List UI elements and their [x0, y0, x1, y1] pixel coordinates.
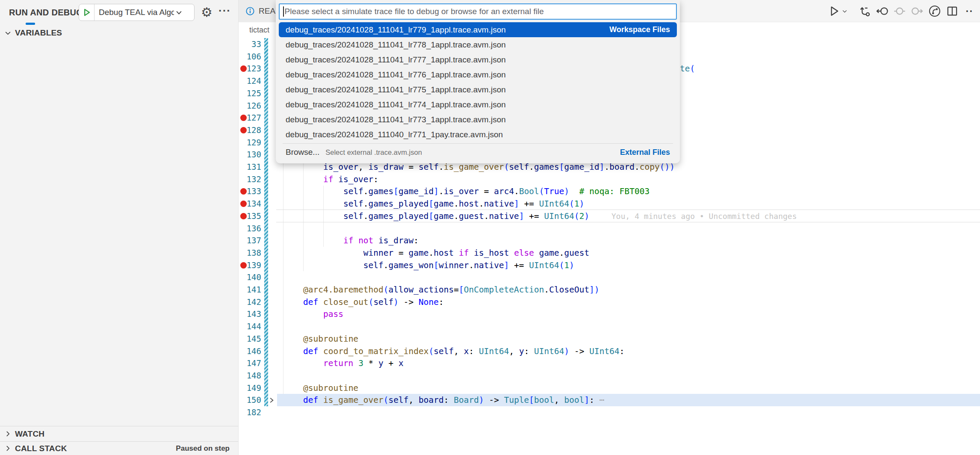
code-line: 141 @arc4.baremethod(allow_actions=[OnCo… — [239, 284, 980, 296]
quickpick-item-label: debug_traces/20241028_111041_lr778_1appl… — [286, 40, 506, 50]
external-files-badge: External Files — [620, 148, 670, 157]
line-number: 124 — [239, 75, 261, 87]
variables-section-header[interactable]: VARIABLES — [0, 26, 238, 40]
play-icon — [82, 8, 92, 17]
git-blame-annotation: You, 4 minutes ago • Uncommitted changes — [611, 210, 797, 222]
chevron-down-icon — [4, 30, 12, 37]
quickpick-browse-item[interactable]: Browse... Select external .trace.avm.jso… — [279, 145, 677, 160]
quickpick-item[interactable]: debug_traces/20241028_111041_lr775_1appl… — [279, 82, 677, 97]
quickpick-item-label: debug_traces/20241028_111041_lr773_1appl… — [286, 115, 506, 124]
line-number: 123 — [239, 62, 261, 75]
code-line: 182 — [239, 406, 980, 419]
code-line: 140 — [239, 271, 980, 284]
code-line: 149 @subroutine — [239, 382, 980, 394]
code-line: 137 if not is_draw: — [239, 234, 980, 247]
separator — [283, 143, 673, 144]
quickpick-item[interactable]: debug_traces/20241028_111041_lr777_1appl… — [279, 52, 677, 67]
quickpick-item[interactable]: debug_traces/20241028_111041_lr774_1appl… — [279, 97, 677, 112]
paused-status: Paused on step — [176, 444, 230, 453]
quickpick-item-label: debug_traces/20241028_111040_lr771_1pay.… — [286, 130, 503, 139]
line-number: 127 — [239, 112, 261, 124]
line-number: 134 — [239, 198, 261, 210]
watch-section-label: WATCH — [15, 429, 44, 439]
variables-section-label: VARIABLES — [15, 28, 62, 38]
line-number: 145 — [239, 333, 261, 345]
quickpick-item-label: debug_traces/20241028_111041_lr775_1appl… — [286, 85, 506, 95]
chevron-right-icon — [4, 430, 12, 437]
watch-section-header[interactable]: WATCH — [0, 426, 238, 441]
text-cursor — [283, 6, 284, 17]
line-number: 143 — [239, 308, 261, 320]
line-number: 140 — [239, 271, 261, 284]
line-number: 129 — [239, 136, 261, 149]
more-actions-icon[interactable]: ··· — [218, 4, 231, 18]
code-line: 146 def coord_to_matrix_index(self, x: U… — [239, 345, 980, 358]
workspace-files-badge: Workspace Files — [609, 25, 670, 34]
code-line: 138 winner = game.host if is_host else g… — [239, 247, 980, 259]
quickpick-list: debug_traces/20241028_111041_lr779_1appl… — [279, 22, 677, 142]
code-line: 133 self.games[game_id].is_over = arc4.B… — [239, 185, 980, 198]
line-number: 33 — [239, 38, 261, 50]
quickpick-input[interactable] — [285, 7, 673, 16]
progress-indicator — [26, 23, 35, 25]
line-number: 138 — [239, 247, 261, 259]
quickpick-item[interactable]: debug_traces/20241028_111040_lr771_1pay.… — [279, 127, 677, 142]
line-number: 182 — [239, 406, 261, 419]
line-number: 133 — [239, 185, 261, 198]
line-number: 149 — [239, 382, 261, 394]
line-number: 139 — [239, 259, 261, 272]
chevron-down-icon[interactable] — [175, 9, 183, 17]
line-number: 130 — [239, 148, 261, 161]
chevron-right-icon — [4, 445, 12, 452]
line-number: 147 — [239, 357, 261, 369]
line-number: 125 — [239, 87, 261, 100]
quickpick-item[interactable]: debug_traces/20241028_111041_lr779_1appl… — [279, 22, 677, 37]
line-number: 126 — [239, 100, 261, 112]
code-line: 136 — [239, 222, 980, 235]
sidebar-header: RUN AND DEBUG Debug TEAL via AlgoKit ⚙ ·… — [0, 0, 238, 24]
line-number: 135 — [239, 210, 261, 222]
code-line: 135 self.games_played[game.guest.native]… — [239, 210, 980, 222]
code-line: 132 if is_over: — [239, 173, 980, 186]
line-number: 144 — [239, 320, 261, 333]
line-number: 148 — [239, 369, 261, 382]
line-number: 137 — [239, 234, 261, 247]
quickpick-input-box — [279, 3, 677, 20]
sidebar-title: RUN AND DEBUG — [9, 8, 83, 18]
code-line: 144 — [239, 320, 980, 333]
code-line: 145 @subroutine — [239, 333, 980, 345]
quickpick-item[interactable]: debug_traces/20241028_111041_lr773_1appl… — [279, 112, 677, 127]
launch-config-dropdown-label[interactable]: Debug TEAL via AlgoKit — [94, 8, 174, 17]
start-debug-button[interactable] — [79, 4, 94, 21]
line-number: 131 — [239, 161, 261, 173]
code-line: 150 def is_game_over(self, board: Board)… — [239, 394, 980, 406]
quickpick-item-label: debug_traces/20241028_111041_lr776_1appl… — [286, 70, 506, 80]
code-line: 139 self.games_won[winner.native] += UIn… — [239, 259, 980, 272]
line-number: 141 — [239, 284, 261, 296]
line-number: 142 — [239, 296, 261, 308]
call-stack-section-header[interactable]: CALL STACK Paused on step — [0, 441, 238, 455]
quickpick-item[interactable]: debug_traces/20241028_111041_lr778_1appl… — [279, 37, 677, 52]
vscode-window: RUN AND DEBUG Debug TEAL via AlgoKit ⚙ ·… — [0, 0, 980, 455]
quickpick-item-label: debug_traces/20241028_111041_lr774_1appl… — [286, 100, 506, 109]
call-stack-section-label: CALL STACK — [15, 444, 67, 453]
code-line: 147 return 3 * y + x — [239, 357, 980, 369]
code-line: 143 pass — [239, 308, 980, 320]
line-number: 146 — [239, 345, 261, 358]
line-number: 132 — [239, 173, 261, 186]
quickpick-item-label: debug_traces/20241028_111041_lr777_1appl… — [286, 55, 506, 65]
code-line: 148 — [239, 369, 980, 382]
gear-icon[interactable]: ⚙ — [201, 6, 213, 19]
quickpick-item[interactable]: debug_traces/20241028_111041_lr776_1appl… — [279, 67, 677, 82]
line-number: 128 — [239, 124, 261, 136]
line-number: 106 — [239, 50, 261, 63]
code-line: 142 def close_out(self) -> None: — [239, 296, 980, 308]
run-and-debug-sidebar: RUN AND DEBUG Debug TEAL via AlgoKit ⚙ ·… — [0, 0, 239, 455]
quickpick-widget: debug_traces/20241028_111041_lr779_1appl… — [276, 0, 680, 163]
quickpick-item-label: debug_traces/20241028_111041_lr779_1appl… — [286, 25, 506, 35]
line-number: 136 — [239, 222, 261, 235]
chevron-right-icon[interactable] — [268, 396, 275, 404]
code-line: 134 self.games_played[game.host.native] … — [239, 198, 980, 210]
browse-description: Select external .trace.avm.json — [325, 148, 422, 157]
line-number: 150 — [239, 394, 261, 406]
